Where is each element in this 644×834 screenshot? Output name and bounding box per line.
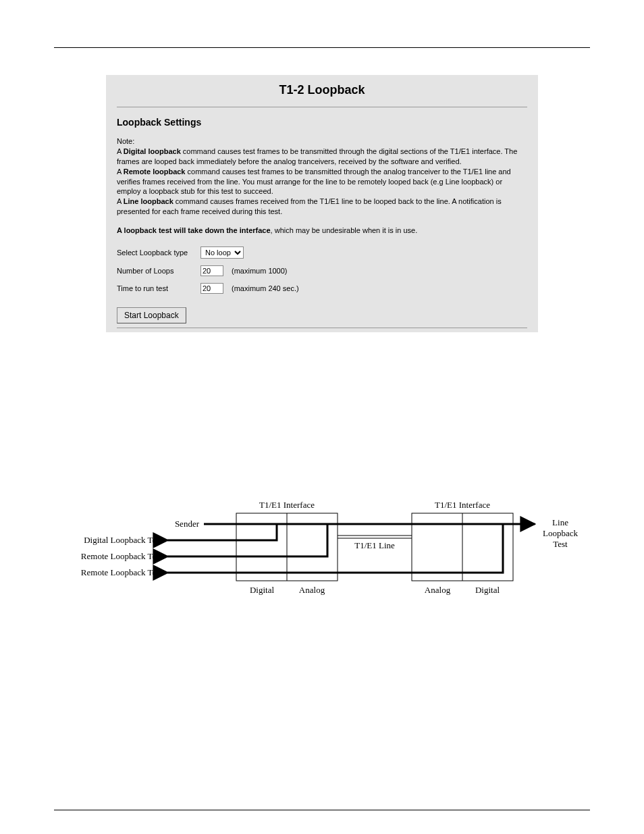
label-time-to-run: Time to run test xyxy=(117,284,196,292)
warning-bold: A loopback test will take down the inter… xyxy=(117,226,271,234)
diag-if-right: T1/E1 Interface xyxy=(419,500,506,511)
diag-digital-r: Digital xyxy=(467,585,508,596)
diag-sender: Sender xyxy=(95,519,199,529)
top-rule xyxy=(54,47,590,48)
row-number-of-loops: Number of Loops (maximum 1000) xyxy=(117,265,527,276)
warning-tail: , which may be undesirable when it is in… xyxy=(271,226,418,234)
diag-analog-r: Analog xyxy=(417,585,458,596)
diag-remote-test-2: Remote Loopback Test xyxy=(66,567,162,578)
section-heading: Loopback Settings xyxy=(117,117,527,128)
panel-divider-top xyxy=(117,107,527,107)
diag-analog-l: Analog xyxy=(292,585,332,596)
panel-divider-bottom xyxy=(117,328,527,328)
label-number-of-loops: Number of Loops xyxy=(117,267,196,275)
row-time-to-run: Time to run test (maximum 240 sec.) xyxy=(117,283,527,294)
start-loopback-button[interactable]: Start Loopback xyxy=(117,307,186,323)
select-loopback-type[interactable]: No loop xyxy=(200,246,244,259)
note-text-3: command causes frames received from the … xyxy=(117,197,502,215)
suffix-loops: (maximum 1000) xyxy=(232,267,288,275)
row-loopback-type: Select Loopback type No loop xyxy=(117,246,527,259)
warning-text: A loopback test will take down the inter… xyxy=(117,226,527,234)
diag-digital-test: Digital Loopback Test xyxy=(66,535,162,546)
label-loopback-type: Select Loopback type xyxy=(117,249,196,257)
diag-remote-test-1: Remote Loopback Test xyxy=(66,551,162,562)
input-number-of-loops[interactable] xyxy=(200,265,223,276)
note-bold-remote: Remote loopback xyxy=(124,167,186,176)
note-label: Note: xyxy=(117,137,527,145)
input-time-to-run[interactable] xyxy=(200,283,223,294)
suffix-time: (maximum 240 sec.) xyxy=(232,284,299,292)
diag-line-test: Line Loopback Test xyxy=(540,517,581,550)
note-body: A Digital loopback command causes test f… xyxy=(117,147,527,217)
diag-t1e1-line: T1/E1 Line xyxy=(351,540,398,551)
loopback-panel: T1-2 Loopback Loopback Settings Note: A … xyxy=(106,75,538,332)
diag-digital-l: Digital xyxy=(242,585,282,596)
note-bold-digital: Digital loopback xyxy=(124,147,181,155)
bottom-rule xyxy=(54,810,590,810)
loopback-diagram: T1/E1 Interface T1/E1 Interface Sender D… xyxy=(54,493,590,615)
note-bold-line: Line loopback xyxy=(124,197,173,205)
panel-title: T1-2 Loopback xyxy=(106,75,538,103)
diag-if-left: T1/E1 Interface xyxy=(243,500,331,511)
